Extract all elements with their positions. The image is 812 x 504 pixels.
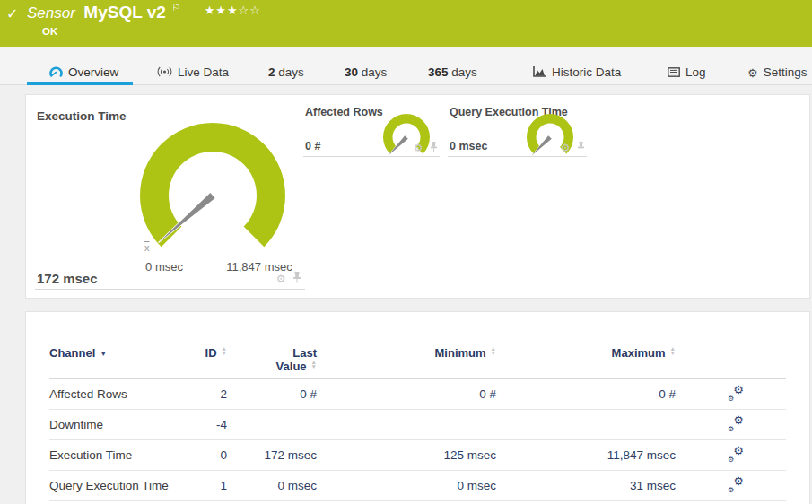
status-badge: OK [42,26,57,37]
channel-id: 2 [184,387,227,401]
tab-settings-label: Settings [764,65,808,79]
tab-log-label: Log [685,65,706,79]
active-tab-underline [27,82,133,85]
table-row: Affected Rows 2 0 # 0 # 0 # ⚙⚙ [49,379,786,410]
gauge-current-value: 0 msec [450,140,487,152]
gauge-title: Execution Time [37,109,127,123]
execution-time-gauge [132,122,293,256]
table-row: Downtime -4 ⚙⚙ [49,410,786,440]
column-header-channel[interactable]: Channel▼ [49,346,184,378]
pin-icon[interactable] [430,142,438,152]
channel-maximum: 11,847 msec [496,448,676,462]
channel-maximum: 31 msec [496,479,676,492]
gauges-panel: Execution Time x 0 msec 11,847 msec 172 … [25,94,810,299]
table-header-row: Channel▼ ID▲▼ LastValue▲▼ Minimum▲▼ Maxi… [49,346,786,379]
average-marker: x [144,242,150,253]
column-header-minimum-label: Minimum [435,346,486,360]
gear-icon: ⚙ [747,64,758,83]
edit-channel-icon[interactable]: ⚙⚙ [728,416,744,430]
channel-name: Execution Time [49,448,184,462]
tab-historic-data-label: Historic Data [552,65,621,79]
pin-icon[interactable] [577,142,585,152]
tab-2-days-number: 2 [268,65,275,79]
tab-historic-data[interactable]: Historic Data [533,63,621,83]
channel-minimum: 0 # [317,387,496,401]
channels-panel: Channel▼ ID▲▼ LastValue▲▼ Minimum▲▼ Maxi… [25,311,810,504]
column-header-value-label: Value [276,360,307,373]
tab-30-days[interactable]: 30 days [345,63,387,83]
tab-30-days-number: 30 [345,65,358,79]
tab-live-data[interactable]: Live Data [157,63,229,83]
gauge-settings-gear-icon[interactable]: ⚙ [561,142,571,154]
tab-365-days-number: 365 [428,65,449,79]
gauge-current-value: 0 # [305,140,320,152]
channel-name: Query Execution Time [49,479,184,492]
sensor-header: ✓ Sensor MySQL v2 ⚐ ★★★☆☆ OK [0,0,812,47]
sort-caret-icon: ▼ [100,350,107,358]
log-icon [668,64,680,83]
gauge-tile-query-execution-time: Query Execution Time 0 msec ⚙ [448,106,587,157]
priority-flag-icon: ⚐ [171,2,180,13]
priority-stars[interactable]: ★★★☆☆ [205,4,261,17]
tab-2-days-label: days [278,65,304,79]
affected-rows-gauge [380,113,433,163]
channel-name: Affected Rows [49,387,184,401]
gauge-settings-gear-icon[interactable]: ⚙ [276,273,286,285]
sensor-kind-label: Sensor [27,4,75,22]
column-header-minimum[interactable]: Minimum▲▼ [317,346,496,378]
channel-name: Downtime [49,418,184,431]
gauge-tile-affected-rows: Affected Rows 0 # ⚙ [303,106,440,157]
chart-icon [533,64,546,83]
tab-settings[interactable]: ⚙Settings [747,63,807,83]
channel-last-value: 0 msec [227,479,317,492]
gauge-tile-execution-time: Execution Time x 0 msec 11,847 msec 172 … [35,106,305,290]
channel-maximum: 0 # [496,387,676,401]
column-header-last-value[interactable]: LastValue▲▼ [227,346,317,378]
tab-log[interactable]: Log [668,63,706,83]
query-execution-time-gauge [523,113,577,163]
gauge-title: Affected Rows [305,106,383,118]
status-check-icon: ✓ [6,5,18,22]
column-header-id[interactable]: ID▲▼ [184,346,227,378]
tab-365-days-label: days [451,65,477,79]
tab-bar: Overview Live Data 2 days 30 days 365 da… [0,47,812,85]
channel-id: -4 [184,418,227,431]
column-header-last-label: Last [292,346,317,360]
channel-minimum: 0 msec [317,479,496,492]
tab-overview[interactable]: Overview [49,63,118,83]
tab-2-days[interactable]: 2 days [268,63,304,83]
tab-365-days[interactable]: 365 days [428,63,477,83]
channels-table: Channel▼ ID▲▼ LastValue▲▼ Minimum▲▼ Maxi… [49,346,786,501]
tab-30-days-label: days [362,65,388,79]
column-header-channel-label: Channel [49,346,95,360]
channel-last-value: 0 # [227,387,317,401]
column-header-maximum-label: Maximum [612,346,666,360]
channel-last-value: 172 msec [227,448,317,462]
gauge-min-label: 0 msec [145,260,183,274]
sensor-name: MySQL v2 [83,3,166,22]
tab-overview-label: Overview [68,65,118,79]
channel-minimum: 125 msec [317,448,496,462]
edit-channel-icon[interactable]: ⚙⚙ [728,477,744,491]
column-header-id-label: ID [205,346,217,360]
column-header-maximum[interactable]: Maximum▲▼ [496,346,676,378]
gauge-settings-gear-icon[interactable]: ⚙ [414,142,423,154]
edit-channel-icon[interactable]: ⚙⚙ [728,386,744,400]
pin-icon[interactable] [292,272,301,283]
gauge-current-value: 172 msec [37,271,98,286]
table-row: Execution Time 0 172 msec 125 msec 11,84… [49,440,786,471]
channel-id: 1 [184,479,227,492]
tab-live-data-label: Live Data [178,65,229,79]
edit-channel-icon[interactable]: ⚙⚙ [728,447,744,461]
channel-id: 0 [184,448,227,462]
table-row: Query Execution Time 1 0 msec 0 msec 31 … [49,471,786,501]
gauge-icon [49,64,63,83]
live-icon [157,64,172,83]
